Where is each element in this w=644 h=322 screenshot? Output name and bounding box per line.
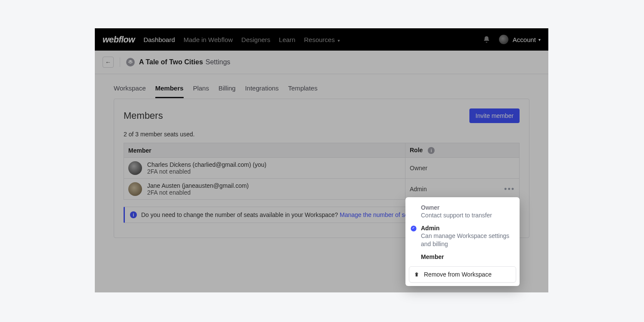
role-option-title: Admin xyxy=(421,225,513,232)
role-option-title: Member xyxy=(421,253,513,260)
svg-point-0 xyxy=(411,226,416,231)
role-popover: Owner Contact support to transfer Admin … xyxy=(405,197,520,286)
role-option-title: Owner xyxy=(421,204,513,211)
remove-label: Remove from Workspace xyxy=(424,271,492,278)
remove-from-workspace-button[interactable]: Remove from Workspace xyxy=(409,266,516,283)
role-option-desc: Contact support to transfer xyxy=(421,211,513,220)
role-option-desc: Can manage Workspace settings and billin… xyxy=(421,232,513,248)
trash-icon xyxy=(414,271,420,277)
role-option-member[interactable]: Member xyxy=(405,251,520,263)
check-circle-icon xyxy=(410,225,417,232)
role-option-owner[interactable]: Owner Contact support to transfer xyxy=(405,202,520,222)
role-option-admin[interactable]: Admin Can manage Workspace settings and … xyxy=(405,222,520,251)
